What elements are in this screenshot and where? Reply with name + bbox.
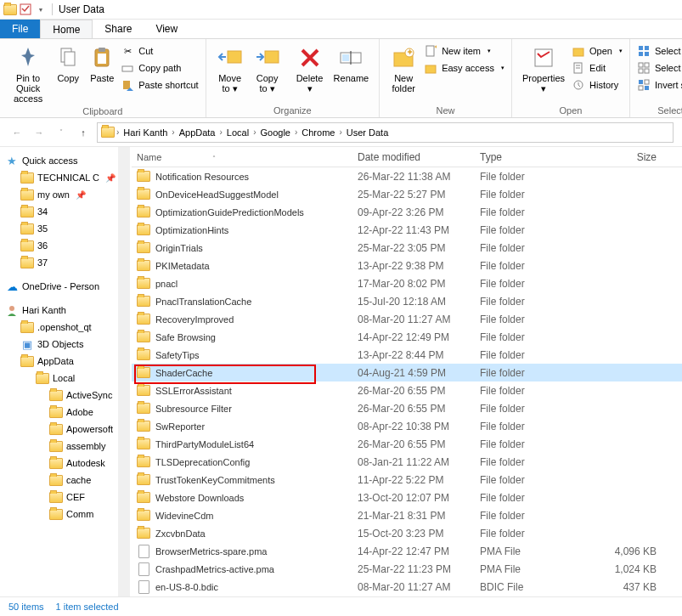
tab-file[interactable]: File <box>0 20 40 38</box>
file-row[interactable]: Subresource Filter26-Mar-20 6:55 PMFile … <box>132 399 682 417</box>
file-row[interactable]: SwReporter08-Apr-22 10:38 PMFile folder <box>132 417 682 435</box>
paste-shortcut-icon <box>121 78 134 92</box>
tree-item[interactable]: cache <box>0 472 132 489</box>
file-row[interactable]: SSLErrorAssistant26-Mar-20 6:55 PMFile f… <box>132 381 682 399</box>
tree-item[interactable]: Local <box>0 370 132 387</box>
copy-path-button[interactable]: Copy path <box>121 61 198 75</box>
file-row[interactable]: Notification Resources26-Mar-22 11:38 AM… <box>132 167 682 185</box>
file-row[interactable]: SafetyTips13-Apr-22 8:44 PMFile folder <box>132 346 682 364</box>
tree-quick-access[interactable]: ★Quick access <box>0 152 132 169</box>
tree-item[interactable]: 35 <box>0 220 132 237</box>
tree-item[interactable]: 36 <box>0 237 132 254</box>
open-button[interactable]: Open▾ <box>572 44 623 58</box>
file-row[interactable]: ZxcvbnData15-Oct-20 3:23 PMFile folder <box>132 524 682 542</box>
easy-access-button[interactable]: Easy access▾ <box>424 61 504 75</box>
copy-button[interactable]: Copy <box>51 42 85 85</box>
file-icon <box>137 545 150 558</box>
file-row[interactable]: RecoveryImproved08-Mar-20 11:27 AMFile f… <box>132 310 682 328</box>
dropdown-icon[interactable]: ▼ <box>34 3 48 16</box>
breadcrumb-segment[interactable]: Google <box>257 127 292 138</box>
tree-item[interactable]: Adobe <box>0 404 132 421</box>
breadcrumb-segment[interactable]: Local <box>224 127 251 138</box>
tree-onedrive[interactable]: ☁OneDrive - Person <box>0 278 132 295</box>
tab-home[interactable]: Home <box>40 20 93 38</box>
easy-access-icon <box>424 61 437 75</box>
tree-item[interactable]: assembly <box>0 438 132 455</box>
column-date[interactable]: Date modified <box>352 151 475 163</box>
select-none-button[interactable]: Select none <box>637 61 682 75</box>
breadcrumb-segment[interactable]: AppData <box>177 127 218 138</box>
breadcrumb-segment[interactable]: Chrome <box>299 127 337 138</box>
forward-button[interactable]: → <box>31 124 48 141</box>
properties-button[interactable]: Properties▾ <box>517 42 570 95</box>
pin-quick-access-button[interactable]: Pin to Quickaccess <box>5 42 51 105</box>
tree-item[interactable]: CEF <box>0 489 132 506</box>
file-row[interactable]: PnaclTranslationCache15-Jul-20 12:18 AMF… <box>132 292 682 310</box>
tree-item[interactable]: TECHNICAL C📌 <box>0 169 132 186</box>
file-type: File folder <box>480 296 578 308</box>
file-row[interactable]: Webstore Downloads13-Oct-20 12:07 PMFile… <box>132 489 682 506</box>
file-date: 26-Mar-20 6:55 PM <box>358 438 480 450</box>
file-row[interactable]: WidevineCdm21-Mar-21 8:31 PMFile folder <box>132 506 682 524</box>
folder-icon <box>137 295 150 308</box>
nav-tree[interactable]: ★Quick access TECHNICAL C📌 my own📌 34 35… <box>0 147 132 596</box>
breadcrumb[interactable]: › Hari Kanth› AppData› Local› Google› Ch… <box>97 122 674 143</box>
column-type[interactable]: Type <box>475 151 573 163</box>
back-button[interactable]: ← <box>8 124 25 141</box>
tab-share[interactable]: Share <box>93 20 144 38</box>
tree-item[interactable]: my own📌 <box>0 186 132 203</box>
tree-item[interactable]: AppData <box>0 353 132 370</box>
recent-dropdown[interactable]: ˅ <box>53 124 70 141</box>
svg-rect-11 <box>342 54 349 61</box>
file-row[interactable]: PKIMetadata13-Apr-22 9:38 PMFile folder <box>132 257 682 274</box>
history-button[interactable]: History <box>572 78 623 92</box>
delete-button[interactable]: Delete▾ <box>291 42 329 95</box>
breadcrumb-segment[interactable]: User Data <box>344 127 392 138</box>
move-to-button[interactable]: Moveto ▾ <box>211 42 249 95</box>
file-row[interactable]: BrowserMetrics-spare.pma14-Apr-22 12:47 … <box>132 542 682 560</box>
new-item-button[interactable]: ✦New item▾ <box>424 44 504 58</box>
tree-item[interactable]: 34 <box>0 203 132 220</box>
save-icon[interactable] <box>19 3 32 16</box>
tree-item[interactable]: ▣3D Objects <box>0 336 132 353</box>
tree-item[interactable]: Apowersoft <box>0 421 132 438</box>
file-row[interactable]: OptimizationGuidePredictionModels09-Apr-… <box>132 203 682 221</box>
paste-shortcut-button[interactable]: Paste shortcut <box>121 78 198 92</box>
file-type: File folder <box>480 367 578 379</box>
file-row[interactable]: ThirdPartyModuleList6426-Mar-20 6:55 PMF… <box>132 435 682 453</box>
file-row[interactable]: OriginTrials25-Mar-22 3:05 PMFile folder <box>132 239 682 257</box>
copy-to-button[interactable]: Copyto ▾ <box>249 42 286 95</box>
column-size[interactable]: Size <box>573 151 682 163</box>
up-button[interactable]: ↑ <box>75 124 92 141</box>
tree-item[interactable]: 37 <box>0 254 132 271</box>
file-row[interactable]: OptimizationHints12-Apr-22 11:43 PMFile … <box>132 221 682 239</box>
file-row[interactable]: en-US-8-0.bdic08-Mar-20 11:27 AMBDIC Fil… <box>132 578 682 596</box>
file-row[interactable]: OnDeviceHeadSuggestModel25-Mar-22 5:27 P… <box>132 185 682 203</box>
content-area: ★Quick access TECHNICAL C📌 my own📌 34 35… <box>0 146 682 596</box>
cut-button[interactable]: ✂Cut <box>121 44 198 58</box>
tab-view[interactable]: View <box>144 20 189 38</box>
breadcrumb-segment[interactable]: Hari Kanth <box>121 127 170 138</box>
tree-item[interactable]: .openshot_qt <box>0 319 132 336</box>
file-row[interactable]: pnacl17-Mar-20 8:02 PMFile folder <box>132 274 682 292</box>
new-folder-button[interactable]: ✦ Newfolder <box>385 42 422 95</box>
paste-button[interactable]: Paste <box>85 42 119 85</box>
group-organize: Moveto ▾ Copyto ▾ Delete▾ Rename Organiz… <box>206 39 380 117</box>
rename-button[interactable]: Rename <box>329 42 375 85</box>
column-name[interactable]: Name˄ <box>132 151 352 163</box>
scrollbar-thumb[interactable] <box>118 147 130 189</box>
tree-user[interactable]: Hari Kanth <box>0 302 132 319</box>
edit-button[interactable]: Edit <box>572 61 623 75</box>
file-row[interactable]: TLSDeprecationConfig08-Jan-21 11:22 AMFi… <box>132 453 682 471</box>
tree-item[interactable]: ActiveSync <box>0 387 132 404</box>
tree-item[interactable]: Autodesk <box>0 455 132 472</box>
invert-icon <box>637 78 651 92</box>
file-row[interactable]: CrashpadMetrics-active.pma25-Mar-22 11:2… <box>132 560 682 578</box>
tree-item[interactable]: Comm <box>0 506 132 523</box>
file-row[interactable]: Safe Browsing14-Apr-22 12:49 PMFile fold… <box>132 328 682 346</box>
file-type: PMA File <box>480 545 578 557</box>
file-row[interactable]: TrustTokenKeyCommitments11-Apr-22 5:22 P… <box>132 471 682 489</box>
group-new: ✦ Newfolder ✦New item▾ Easy access▾ New <box>380 39 512 117</box>
select-all-button[interactable]: Select all <box>637 44 682 58</box>
invert-selection-button[interactable]: Invert sele <box>637 78 682 92</box>
